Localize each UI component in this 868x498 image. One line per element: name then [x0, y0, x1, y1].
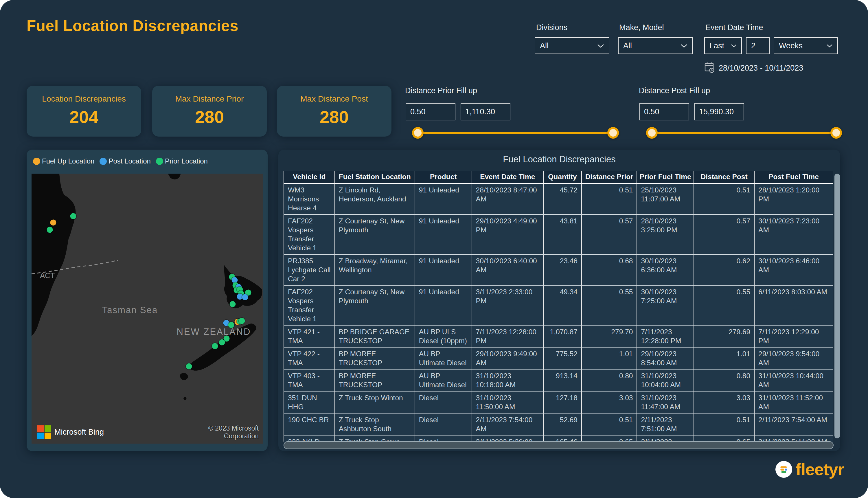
column-header-event-date-time[interactable]: Event Date Time — [472, 171, 543, 183]
cell: 0.65 — [694, 435, 754, 442]
table-row[interactable]: FAF202 Vospers Transfer Vehicle 1Z Court… — [284, 214, 833, 254]
kpi-value: 280 — [152, 107, 267, 127]
map-landmass-north-island — [224, 265, 262, 308]
cell: 0.65 — [581, 435, 637, 442]
column-header-distance-prior[interactable]: Distance Prior — [581, 171, 637, 183]
cell: 0.80 — [581, 369, 637, 391]
distance-post-slider-handle-min[interactable] — [646, 127, 658, 139]
cell: PRJ385 Lychgate Call Car 2 — [284, 254, 335, 285]
cell: 6/11/2023 8:03:00 AM — [754, 285, 833, 325]
table-row[interactable]: VTP 422 - TMABP MOREE TRUCKSTOPAU BP Ult… — [284, 347, 833, 369]
distance-post-slider-track[interactable] — [652, 132, 836, 134]
cell: 31/10/2023 11:52:00 AM — [754, 391, 833, 413]
date-unit-dropdown[interactable]: Weeks — [774, 37, 838, 54]
table-row[interactable]: 351 DUN HHGZ Truck Stop WintonDiesel31/1… — [284, 391, 833, 413]
map-point-green[interactable] — [47, 226, 53, 233]
map-landmass-island — [168, 174, 181, 180]
map-point-green[interactable] — [219, 339, 225, 345]
map-label-act: ACT — [40, 271, 55, 280]
distance-prior-max-input[interactable]: 1,110.30 — [461, 103, 510, 120]
table-body: WM3 Morrisons Hearse 4Z Lincoln Rd, Hend… — [284, 183, 833, 442]
make-model-label: Make, Model — [619, 23, 664, 32]
divisions-value: All — [540, 41, 549, 50]
cell: 279.70 — [581, 325, 637, 347]
cell: 43.81 — [543, 214, 581, 254]
map-landmass-stewart-island — [180, 373, 188, 380]
map-point-green[interactable] — [212, 343, 218, 349]
date-number-input[interactable]: 2 — [746, 37, 770, 54]
cell: AU BP ULS Diesel (10ppm) — [415, 325, 472, 347]
table-row[interactable]: VTP 403 - TMABP MOREE TRUCKSTOPAU BP Ult… — [284, 369, 833, 391]
cell: 2/11/2023 7:54:00 AM — [754, 413, 833, 435]
table-row[interactable]: PRJ385 Lychgate Call Car 2Z Broadway, Mi… — [284, 254, 833, 285]
column-header-post-fuel-time[interactable]: Post Fuel Time — [754, 171, 833, 183]
cell: FAF202 Vospers Transfer Vehicle 1 — [284, 214, 335, 254]
map-point-blue[interactable] — [242, 294, 248, 300]
chevron-down-icon — [731, 44, 737, 48]
column-header-prior-fuel-time[interactable]: Prior Fuel Time — [637, 171, 694, 183]
cell: 3/11/2023 5:32:00 AM — [637, 435, 694, 442]
legend-label: Prior Location — [165, 157, 208, 165]
map-copyright: © 2023 Microsoft Corporation — [192, 424, 259, 440]
distance-post-slider-handle-max[interactable] — [830, 127, 842, 139]
map-point-orange[interactable] — [50, 219, 56, 225]
cell: 0.55 — [581, 285, 637, 325]
map-point-green[interactable] — [228, 322, 234, 328]
distance-post-max-input[interactable]: 15,990.30 — [694, 103, 744, 120]
column-header-fuel-station-location[interactable]: Fuel Station Location — [335, 171, 415, 183]
distance-post-max-value: 15,990.30 — [699, 107, 734, 116]
legend-item-green[interactable]: Prior Location — [156, 157, 208, 165]
fleetyr-brand: fleetyr — [775, 459, 844, 479]
bing-map[interactable]: ACT Tasman Sea NEW ZEALAND Microsoft Bin… — [31, 174, 263, 444]
distance-post-min-input[interactable]: 0.50 — [640, 103, 689, 120]
distance-prior-min-input[interactable]: 0.50 — [406, 103, 456, 120]
cell: FAF202 Vospers Transfer Vehicle 1 — [284, 285, 335, 325]
date-mode-dropdown[interactable]: Last — [704, 37, 742, 54]
table-row[interactable]: VTP 421 - TMABP BRIDGE GARAGE TRUCKSTOPA… — [284, 325, 833, 347]
map-point-green[interactable] — [230, 301, 236, 307]
chevron-down-icon — [826, 44, 833, 48]
table-row[interactable]: WM3 Morrisons Hearse 4Z Lincoln Rd, Hend… — [284, 183, 833, 215]
cell: 30/10/2023 6:36:00 AM — [637, 254, 694, 285]
map-point-green[interactable] — [70, 213, 76, 219]
distance-prior-slider-track[interactable] — [418, 132, 613, 134]
vertical-scrollbar[interactable] — [834, 174, 840, 438]
table-title: Fuel Location Discrepancies — [278, 154, 840, 165]
table-row[interactable]: FAF202 Vospers Transfer Vehicle 1Z Court… — [284, 285, 833, 325]
column-header-quantity[interactable]: Quantity — [543, 171, 581, 183]
cell: Z Broadway, Miramar, Wellington — [335, 254, 415, 285]
cell: 3.03 — [694, 391, 754, 413]
cell: Z Courtenay St, New Plymouth — [335, 285, 415, 325]
blue-dot-icon — [100, 158, 107, 165]
table-scroll-area: Vehicle IdFuel Station LocationProductEv… — [284, 171, 833, 442]
distance-prior-slider-handle-min[interactable] — [412, 127, 424, 139]
horizontal-scrollbar[interactable] — [284, 441, 833, 449]
make-model-dropdown[interactable]: All — [618, 37, 693, 54]
table-row[interactable]: 333 AKLD Tractor UnitZ Truck Stop Grove … — [284, 435, 833, 442]
cell: Z Truck Stop Grove Rd, Blenheim — [335, 435, 415, 442]
cell: 0.51 — [694, 413, 754, 435]
cell: 29/10/2023 9:54:00 AM — [754, 347, 833, 369]
divisions-dropdown[interactable]: All — [535, 37, 609, 54]
kpi-label: Max Distance Prior — [152, 94, 267, 104]
legend-item-blue[interactable]: Post Location — [100, 157, 150, 165]
kpi-location-discrepancies: Location Discrepancies 204 — [27, 86, 141, 136]
table-panel: Fuel Location Discrepancies Vehicle IdFu… — [278, 149, 840, 451]
green-dot-icon — [156, 158, 163, 165]
cell: 31/10/2023 11:50:00 AM — [472, 391, 543, 413]
date-unit-value: Weeks — [779, 41, 803, 50]
column-header-vehicle-id[interactable]: Vehicle Id — [284, 171, 335, 183]
distance-prior-slider-handle-max[interactable] — [607, 127, 619, 139]
cell: 0.51 — [581, 183, 637, 215]
cell: 30/10/2023 7:23:00 AM — [754, 214, 833, 254]
distance-prior-label: Distance Prior Fill up — [405, 86, 477, 95]
map-point-green[interactable] — [186, 363, 192, 369]
table-row[interactable]: 190 CHC BRZ Truck Stop Ashburton SouthDi… — [284, 413, 833, 435]
map-point-green[interactable] — [239, 318, 245, 324]
cell: 30/10/2023 6:40:00 AM — [472, 254, 543, 285]
legend-item-orange[interactable]: Fuel Up Location — [33, 157, 94, 165]
cell: 29/10/2023 8:54:00 AM — [637, 347, 694, 369]
cell: 0.68 — [581, 254, 637, 285]
column-header-product[interactable]: Product — [415, 171, 472, 183]
column-header-distance-post[interactable]: Distance Post — [694, 171, 754, 183]
